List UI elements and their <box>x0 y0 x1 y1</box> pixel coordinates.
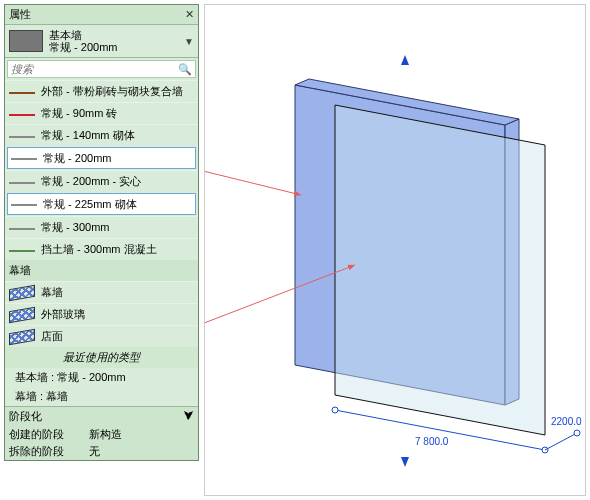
list-item-label: 幕墙 <box>41 285 194 300</box>
recent-item[interactable]: 幕墙 : 幕墙 <box>5 387 198 406</box>
list-item-label: 常规 - 140mm 砌体 <box>41 128 194 143</box>
list-item[interactable]: 常规 - 90mm 砖 <box>5 102 198 124</box>
type-subname: 常规 - 200mm <box>49 41 117 53</box>
type-swatch-icon <box>9 30 43 52</box>
list-item-label: 常规 - 90mm 砖 <box>41 106 194 121</box>
dimension[interactable]: 2200.0 <box>545 416 582 450</box>
phase-row[interactable]: 创建的阶段 新构造 <box>5 426 198 443</box>
properties-panel: 属性 ✕ 基本墙 常规 - 200mm ▼ 🔍 外部 - 带粉刷砖与砌块复合墙 … <box>4 4 199 461</box>
list-item[interactable]: 常规 - 140mm 砌体 <box>5 124 198 146</box>
phase-row[interactable]: 拆除的阶段 无 <box>5 443 198 460</box>
phase-value: 无 <box>89 444 100 459</box>
drag-handle-icon[interactable] <box>401 55 409 65</box>
list-item[interactable]: 常规 - 225mm 砌体 <box>7 193 196 215</box>
list-item[interactable]: 常规 - 200mm - 实心 <box>5 170 198 192</box>
phase-key: 拆除的阶段 <box>9 444 89 459</box>
wall-swatch-icon <box>9 222 35 234</box>
wall-swatch-icon <box>9 86 35 98</box>
list-item-label: 常规 - 200mm <box>43 151 192 166</box>
curtain-swatch-icon <box>9 284 35 301</box>
close-icon[interactable]: ✕ <box>185 8 194 21</box>
list-item-label: 外部玻璃 <box>41 307 194 322</box>
expand-icon[interactable]: ⮟ <box>183 409 194 424</box>
svg-point-8 <box>574 430 580 436</box>
search-icon[interactable]: 🔍 <box>178 63 192 76</box>
wall-swatch-icon <box>9 108 35 120</box>
svg-point-5 <box>332 407 338 413</box>
svg-line-7 <box>545 433 577 450</box>
wall-curtain[interactable] <box>335 105 545 435</box>
recent-item[interactable]: 基本墙 : 常规 - 200mm <box>5 368 198 387</box>
wall-swatch-icon <box>11 198 37 210</box>
search-input[interactable] <box>11 63 178 75</box>
phase-key: 创建的阶段 <box>9 427 89 442</box>
dimension-value: 2200.0 <box>551 416 582 427</box>
list-item-label: 外部 - 带粉刷砖与砌块复合墙 <box>41 84 194 99</box>
list-item-label: 店面 <box>41 329 194 344</box>
viewport-3d[interactable]: 7 800.0 2200.0 <box>204 4 586 496</box>
list-item-selected[interactable]: 常规 - 200mm <box>7 147 196 169</box>
wall-swatch-icon <box>11 152 37 164</box>
scene-svg: 7 800.0 2200.0 <box>205 5 585 495</box>
wall-swatch-icon <box>9 130 35 142</box>
drag-handle-icon[interactable] <box>401 457 409 467</box>
curtain-swatch-icon <box>9 306 35 323</box>
recent-header: 最近使用的类型 <box>5 347 198 368</box>
list-item[interactable]: 店面 <box>5 325 198 347</box>
list-item[interactable]: 常规 - 300mm <box>5 216 198 238</box>
category-header: 幕墙 <box>5 260 198 281</box>
list-item-label: 常规 - 225mm 砌体 <box>43 197 192 212</box>
wall-swatch-icon <box>9 176 35 188</box>
chevron-down-icon[interactable]: ▼ <box>184 36 194 47</box>
type-selector-text: 基本墙 常规 - 200mm <box>49 29 117 53</box>
curtain-swatch-icon <box>9 328 35 345</box>
wall-swatch-icon <box>9 244 35 256</box>
panel-title-text: 属性 <box>9 7 31 22</box>
phase-section: 阶段化 ⮟ 创建的阶段 新构造 拆除的阶段 无 <box>5 406 198 460</box>
list-item-label: 常规 - 300mm <box>41 220 194 235</box>
panel-titlebar[interactable]: 属性 ✕ <box>5 5 198 25</box>
type-name: 基本墙 <box>49 29 117 41</box>
list-item[interactable]: 挡土墙 - 300mm 混凝土 <box>5 238 198 260</box>
phase-header-label: 阶段化 <box>9 409 42 424</box>
type-list: 外部 - 带粉刷砖与砌块复合墙 常规 - 90mm 砖 常规 - 140mm 砌… <box>5 80 198 406</box>
list-item[interactable]: 幕墙 <box>5 281 198 303</box>
type-selector[interactable]: 基本墙 常规 - 200mm ▼ <box>5 25 198 58</box>
list-item[interactable]: 外部 - 带粉刷砖与砌块复合墙 <box>5 80 198 102</box>
phase-value: 新构造 <box>89 427 122 442</box>
search-box[interactable]: 🔍 <box>7 60 196 78</box>
dimension-value: 7 800.0 <box>415 436 449 447</box>
phase-header[interactable]: 阶段化 ⮟ <box>5 407 198 426</box>
list-item-label: 挡土墙 - 300mm 混凝土 <box>41 242 194 257</box>
list-item-label: 常规 - 200mm - 实心 <box>41 174 194 189</box>
list-item[interactable]: 外部玻璃 <box>5 303 198 325</box>
svg-marker-3 <box>335 105 545 435</box>
callout-arrow-icon <box>205 170 301 195</box>
